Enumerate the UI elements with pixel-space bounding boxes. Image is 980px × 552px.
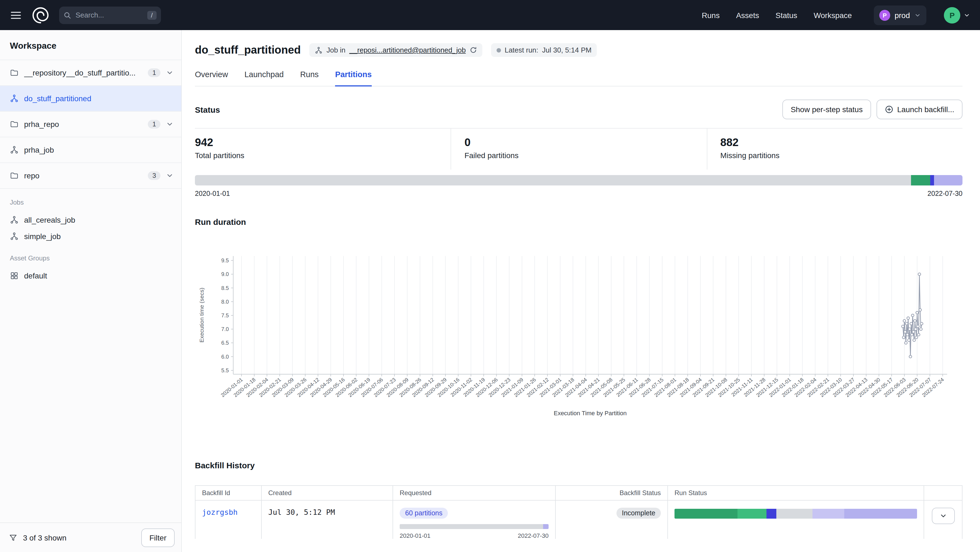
page-header: do_stuff_partitioned Job in __reposi...a…	[195, 30, 963, 57]
user-avatar: P	[944, 7, 960, 23]
nav-links: Runs Assets Status Workspace	[702, 11, 852, 19]
chevron-down-icon	[939, 512, 947, 520]
nav-link-runs[interactable]: Runs	[702, 11, 720, 19]
tab-partitions[interactable]: Partitions	[335, 70, 372, 86]
sidebar-item-do-stuff-partitioned[interactable]: do_stuff_partitioned	[0, 86, 181, 112]
sidebar-footer: 3 of 3 shown Filter	[0, 522, 181, 552]
repo-list: __repository__do_stuff_partitio... 1 do_…	[0, 60, 181, 189]
table-row-cell-backfill-id: jozrgsbh	[196, 501, 262, 539]
job-count-badge: 3	[148, 171, 161, 180]
tab-overview[interactable]: Overview	[195, 70, 228, 86]
sidebar-item-repo[interactable]: repo 3	[0, 163, 181, 189]
run-duration-title: Run duration	[195, 217, 963, 227]
tab-launchpad[interactable]: Launchpad	[245, 70, 284, 86]
column-header-requested: Requested	[393, 486, 556, 501]
plus-circle-icon	[885, 105, 893, 114]
requested-partitions-chip[interactable]: 60 partitions	[400, 508, 448, 519]
chevron-down-icon[interactable]	[166, 121, 173, 128]
repo-label: prha_repo	[24, 120, 143, 128]
svg-text:7.5: 7.5	[221, 312, 229, 319]
folder-icon	[10, 171, 19, 180]
deployment-name: prod	[894, 11, 910, 19]
partition-status-bar[interactable]	[195, 175, 963, 186]
nav-link-status[interactable]: Status	[775, 11, 797, 19]
sidebar-title: Workspace	[0, 30, 181, 60]
sidebar-item-prha-job[interactable]: prha_job	[0, 137, 181, 163]
table-row-cell-actions	[924, 501, 962, 539]
search-input[interactable]	[76, 11, 136, 19]
main-content: do_stuff_partitioned Job in __reposi...a…	[182, 30, 980, 552]
stat-missing-partitions: 882 Missing partitions	[706, 128, 963, 170]
sidebar-item-prha-repo[interactable]: prha_repo 1	[0, 112, 181, 137]
latest-run-time[interactable]: Jul 30, 5:14 PM	[542, 46, 592, 54]
svg-text:Execution Time by Partition: Execution Time by Partition	[554, 410, 627, 417]
job-tabs: Overview Launchpad Runs Partitions	[195, 70, 963, 86]
nav-link-assets[interactable]: Assets	[736, 11, 759, 19]
requested-partition-bar	[400, 524, 549, 529]
reload-icon[interactable]	[469, 46, 477, 54]
sidebar-item-simple-job[interactable]: simple_job	[0, 228, 181, 244]
nav-link-workspace[interactable]: Workspace	[814, 11, 852, 19]
shown-count: 3 of 3 shown	[23, 533, 67, 542]
stat-total-partitions: 942 Total partitions	[195, 128, 451, 170]
job-label: simple_job	[24, 232, 61, 241]
svg-text:9.5: 9.5	[221, 257, 229, 263]
job-location-chip: Job in __reposi...artitioned@partitioned…	[310, 43, 482, 57]
user-menu[interactable]: P	[944, 7, 970, 23]
show-per-step-status-button[interactable]: Show per-step status	[782, 100, 871, 119]
job-location-link[interactable]: __reposi...artitioned@partitioned_job	[349, 46, 466, 54]
run-status-dot	[496, 48, 501, 52]
stat-value: 942	[195, 136, 451, 149]
job-icon	[10, 94, 19, 103]
stat-label: Missing partitions	[720, 151, 963, 160]
job-label: prha_job	[24, 146, 173, 154]
partition-stats: 942 Total partitions 0 Failed partitions…	[195, 128, 963, 170]
folder-icon	[10, 120, 19, 128]
launch-backfill-label: Launch backfill...	[897, 105, 954, 114]
backfill-id-link[interactable]: jozrgsbh	[202, 508, 238, 516]
global-search[interactable]: /	[59, 6, 161, 24]
column-header-created: Created	[262, 486, 393, 501]
column-header-run-status: Run Status	[668, 486, 924, 501]
hamburger-menu-icon[interactable]	[10, 9, 22, 21]
expand-row-button[interactable]	[932, 508, 955, 524]
table-row-cell-backfill-status: Incomplete	[556, 501, 668, 539]
chevron-down-icon[interactable]	[166, 172, 173, 179]
tab-runs[interactable]: Runs	[300, 70, 319, 86]
stat-value: 882	[720, 136, 963, 149]
partition-start-date: 2020-01-01	[195, 190, 230, 197]
asset-groups-section-label: Asset Groups	[0, 254, 181, 262]
status-actions: Show per-step status Launch backfill...	[782, 100, 963, 119]
sidebar-item-default-asset-group[interactable]: default	[0, 268, 181, 284]
asset-group-label: default	[24, 271, 47, 280]
job-label: do_stuff_partitioned	[24, 94, 173, 103]
job-icon	[10, 146, 19, 154]
filter-button[interactable]: Filter	[141, 528, 175, 547]
deployment-switcher[interactable]: P prod	[874, 5, 926, 25]
column-header-actions	[924, 486, 962, 501]
chevron-down-icon	[964, 12, 970, 18]
search-icon	[64, 11, 71, 19]
run-status-bar	[675, 509, 917, 519]
svg-text:9.0: 9.0	[221, 271, 229, 277]
job-in-label: Job in	[326, 46, 345, 54]
launch-backfill-button[interactable]: Launch backfill...	[876, 100, 963, 119]
dagster-logo-icon[interactable]	[31, 5, 50, 25]
asset-group-icon	[10, 271, 19, 280]
sidebar-item-repository-do-stuff[interactable]: __repository__do_stuff_partitio... 1	[0, 60, 181, 86]
workspace-sidebar: Workspace __repository__do_stuff_partiti…	[0, 30, 182, 552]
chevron-down-icon	[914, 12, 921, 18]
chevron-down-icon[interactable]	[166, 69, 173, 76]
stat-value: 0	[465, 136, 707, 149]
backfill-status-badge: Incomplete	[616, 508, 661, 519]
repo-label: __repository__do_stuff_partitio...	[24, 68, 143, 77]
svg-text:8.5: 8.5	[221, 285, 229, 291]
page-title: do_stuff_partitioned	[195, 44, 301, 56]
svg-text:7.0: 7.0	[221, 326, 229, 332]
svg-text:8.0: 8.0	[221, 299, 229, 305]
repo-label: repo	[24, 171, 143, 180]
sidebar-item-all-cereals-job[interactable]: all_cereals_job	[0, 212, 181, 228]
column-header-backfill-id: Backfill Id	[196, 486, 262, 501]
job-label: all_cereals_job	[24, 216, 75, 224]
job-icon	[315, 46, 323, 54]
